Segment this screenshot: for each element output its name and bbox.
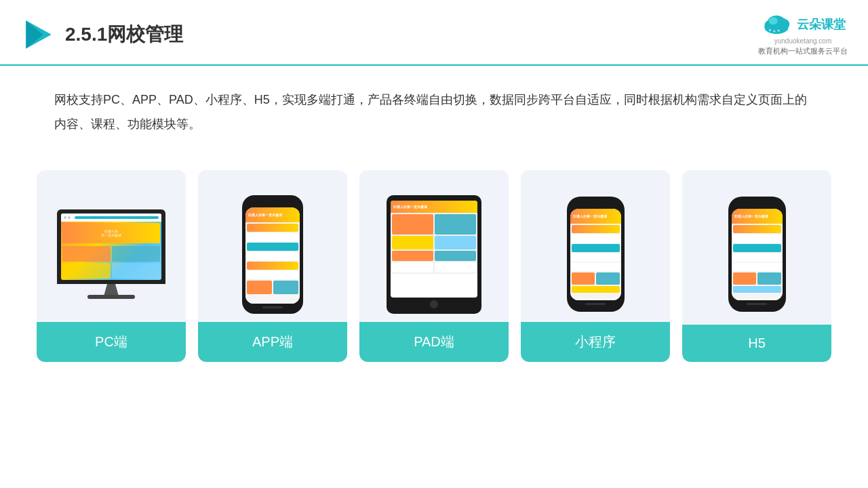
- phone-bottom-bar-2: [585, 303, 606, 305]
- app-screen: 职通人的第一堂兴趣课: [245, 207, 300, 304]
- pad-card: 职通人的第一堂兴趣课 PAD端: [359, 170, 509, 362]
- brand-name: 云朵课堂: [797, 16, 846, 33]
- pc-card: 职通人的第一堂兴趣课 PC端: [37, 170, 186, 362]
- h5-mockup: 职通人的第一堂兴趣课: [728, 197, 786, 312]
- svg-marker-1: [26, 20, 43, 49]
- svg-point-6: [769, 17, 778, 24]
- logo-arrow-icon: [20, 18, 54, 52]
- brand-url: yunduoketang.com: [774, 37, 832, 45]
- phone-notch-2: [586, 202, 605, 207]
- brand-tagline: 教育机构一站式服务云平台: [758, 46, 848, 56]
- svg-point-7: [769, 29, 771, 31]
- pc-label: PC端: [37, 322, 186, 362]
- miniprogram-label: 小程序: [521, 322, 670, 362]
- app-mockup: 职通人的第一堂兴趣课: [242, 195, 303, 314]
- pc-mockup: 职通人的第一堂兴趣课: [57, 209, 165, 299]
- svg-point-9: [778, 30, 780, 32]
- phone-bottom-bar: [262, 306, 283, 308]
- h5-screen: 职通人的第一堂兴趣课: [732, 209, 783, 300]
- header: 2.5.1网校管理 云朵课堂 yunduoketang.com 教育机构一站式服…: [0, 0, 868, 66]
- brand-logo-area: 云朵课堂 yunduoketang.com 教育机构一站式服务云平台: [758, 12, 848, 56]
- pad-mockup: 职通人的第一堂兴趣课: [387, 195, 481, 314]
- miniprogram-screen: 职通人的第一堂兴趣课: [570, 209, 621, 300]
- page-title: 2.5.1网校管理: [65, 22, 183, 47]
- tablet-screen: 职通人的第一堂兴趣课: [391, 201, 477, 298]
- app-card: 职通人的第一堂兴趣课: [198, 170, 347, 362]
- h5-label: H5: [682, 325, 831, 362]
- description-content: 网校支持PC、APP、PAD、小程序、H5，实现多端打通，产品各终端自由切换，数…: [54, 93, 807, 131]
- miniprogram-image-area: 职通人的第一堂兴趣课: [521, 186, 670, 322]
- phone-bottom-bar-3: [747, 303, 767, 305]
- phone-notch: [262, 201, 283, 206]
- pc-base: [87, 295, 135, 299]
- tablet-home-btn: [430, 300, 438, 308]
- description-text: 网校支持PC、APP、PAD、小程序、H5，实现多端打通，产品各终端自由切换，数…: [0, 66, 868, 150]
- header-left: 2.5.1网校管理: [20, 18, 183, 52]
- pad-label: PAD端: [359, 322, 509, 362]
- pc-screen: 职通人的第一堂兴趣课: [61, 214, 161, 280]
- brand-logo: 云朵课堂: [760, 12, 846, 37]
- h5-image-area: 职通人的第一堂兴趣课: [682, 186, 831, 322]
- pad-image-area: 职通人的第一堂兴趣课: [359, 186, 509, 322]
- phone-notch-3: [747, 202, 766, 207]
- miniprogram-mockup: 职通人的第一堂兴趣课: [567, 197, 625, 312]
- app-image-area: 职通人的第一堂兴趣课: [198, 186, 347, 322]
- cloud-icon: [760, 12, 793, 37]
- cards-container: 职通人的第一堂兴趣课 PC端: [0, 157, 868, 375]
- pc-stand: [101, 284, 121, 295]
- h5-card: 职通人的第一堂兴趣课: [682, 170, 831, 362]
- pc-monitor: 职通人的第一堂兴趣课: [57, 209, 165, 284]
- pc-image-area: 职通人的第一堂兴趣课: [37, 186, 186, 322]
- svg-point-8: [773, 30, 775, 32]
- app-label: APP端: [198, 322, 347, 362]
- miniprogram-card: 职通人的第一堂兴趣课: [521, 170, 670, 362]
